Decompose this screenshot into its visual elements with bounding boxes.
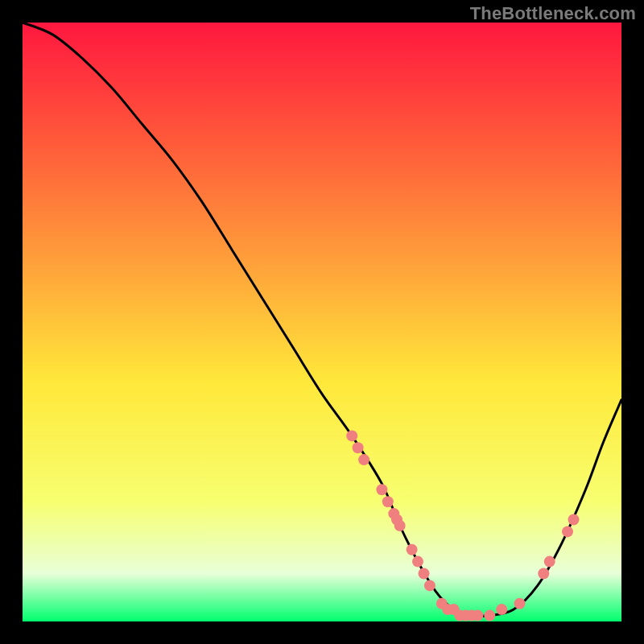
curve-marker bbox=[424, 580, 436, 591]
curve-marker bbox=[358, 454, 369, 465]
curve-marker bbox=[538, 568, 549, 580]
chart-plot-area bbox=[23, 23, 621, 621]
curve-marker bbox=[562, 526, 573, 537]
curve-markers bbox=[346, 430, 579, 621]
curve-marker bbox=[346, 430, 357, 441]
curve-marker bbox=[394, 520, 406, 531]
chart-svg bbox=[23, 23, 621, 621]
curve-marker bbox=[353, 442, 364, 453]
curve-marker bbox=[514, 598, 526, 609]
curve-marker bbox=[382, 496, 394, 507]
curve-marker bbox=[419, 568, 430, 580]
curve-marker bbox=[412, 556, 423, 568]
bottleneck-curve bbox=[23, 23, 621, 617]
curve-marker bbox=[472, 610, 483, 621]
curve-marker bbox=[484, 610, 495, 621]
curve-marker bbox=[407, 544, 418, 555]
curve-marker bbox=[568, 514, 580, 526]
curve-marker bbox=[376, 484, 387, 495]
curve-marker bbox=[496, 604, 507, 615]
watermark-text: TheBottleneck.com bbox=[470, 3, 636, 24]
curve-marker bbox=[544, 556, 555, 568]
